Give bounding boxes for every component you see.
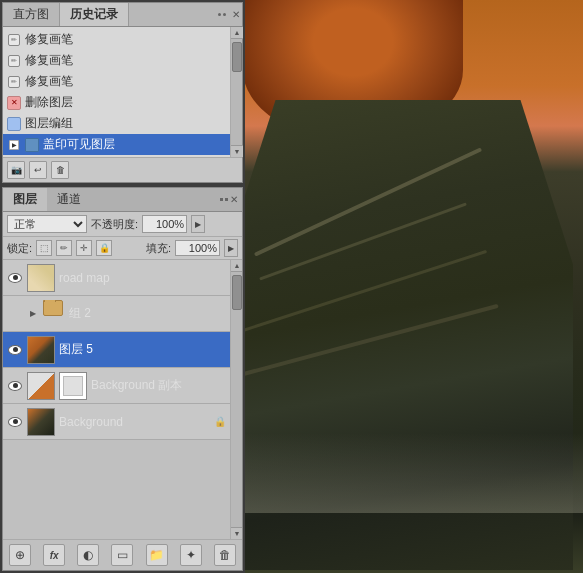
eye-icon bbox=[8, 273, 22, 283]
panel-resize-handle bbox=[214, 13, 230, 16]
link-layers-button[interactable]: ⊕ bbox=[9, 544, 31, 566]
scrollbar-arrow-down[interactable]: ▼ bbox=[231, 527, 242, 539]
fill-input[interactable] bbox=[175, 240, 220, 256]
layers-list-section: road map ▶ 组 2 bbox=[3, 260, 242, 539]
layer-visibility-layer5[interactable] bbox=[7, 342, 23, 358]
tab-layers[interactable]: 图层 bbox=[3, 188, 47, 211]
layer-item-group2[interactable]: ▶ 组 2 bbox=[3, 296, 230, 332]
history-item[interactable]: ✏ 修复画笔 bbox=[3, 50, 230, 71]
fill-label: 填充: bbox=[146, 241, 171, 256]
panel-close-button[interactable]: ✕ bbox=[230, 9, 242, 20]
layer-thumbnail-layer5 bbox=[27, 336, 55, 364]
layer-name-bg: Background bbox=[59, 415, 210, 429]
tab-histogram[interactable]: 直方图 bbox=[3, 3, 60, 26]
layer-name-bgcopy: Background 副本 bbox=[91, 377, 226, 394]
new-group-button[interactable]: 📁 bbox=[146, 544, 168, 566]
history-list: ✏ 修复画笔 ✏ 修复画笔 ✏ 修复画笔 bbox=[3, 27, 230, 157]
opacity-label: 不透明度: bbox=[91, 217, 138, 232]
history-item-label: 图层编组 bbox=[25, 115, 73, 132]
lock-image-button[interactable]: ✏ bbox=[56, 240, 72, 256]
layer-effects-button[interactable]: fx bbox=[43, 544, 65, 566]
scrollbar-arrow-up[interactable]: ▲ bbox=[231, 260, 242, 272]
mask-inner bbox=[63, 376, 83, 396]
lock-transparent-button[interactable]: ⬚ bbox=[36, 240, 52, 256]
layer-visibility-bg[interactable] bbox=[7, 414, 23, 430]
brush-icon: ✏ bbox=[7, 75, 21, 89]
layer-item-background[interactable]: Background 🔒 bbox=[3, 404, 230, 440]
opacity-input[interactable] bbox=[142, 215, 187, 233]
layers-panel: 图层 通道 ✕ 正常 不透明度: ▶ 锁定: ⬚ ✏ ✛ 🔒 填充: bbox=[2, 187, 243, 571]
new-layer-button[interactable]: ✦ bbox=[180, 544, 202, 566]
delete-layer-button[interactable]: 🗑 bbox=[214, 544, 236, 566]
history-item-selected[interactable]: ▶ 盖印可见图层 bbox=[3, 134, 230, 155]
layers-bottom-toolbar: ⊕ fx ◐ ▭ 📁 ✦ 🗑 bbox=[3, 539, 242, 570]
layer-mask-thumbnail bbox=[59, 372, 87, 400]
history-item-label: 盖印可见图层 bbox=[43, 136, 115, 153]
layers-content: road map ▶ 组 2 bbox=[3, 260, 230, 539]
scrollbar-thumb[interactable] bbox=[232, 275, 242, 310]
layer-mask-button[interactable]: ▭ bbox=[111, 544, 133, 566]
layer-name-roadmap: road map bbox=[59, 271, 226, 285]
merge-icon: ▶ bbox=[7, 138, 21, 152]
layer-visibility-roadmap[interactable] bbox=[7, 270, 23, 286]
history-item-label: 修复画笔 bbox=[25, 31, 73, 48]
layers-panel-header: 图层 通道 ✕ bbox=[3, 188, 242, 212]
layer-name-layer5: 图层 5 bbox=[59, 341, 226, 358]
layer-name-group2: 组 2 bbox=[69, 305, 226, 322]
blend-mode-select[interactable]: 正常 bbox=[7, 215, 87, 233]
history-item[interactable]: ✕ 删除图层 bbox=[3, 92, 230, 113]
layer-thumbnail-roadmap bbox=[27, 264, 55, 292]
history-item[interactable]: ✏ 修复画笔 bbox=[3, 29, 230, 50]
snapshot-button[interactable]: 📷 bbox=[7, 161, 25, 179]
layer-folder-icon bbox=[43, 300, 65, 328]
group-icon bbox=[7, 117, 21, 131]
opacity-arrow[interactable]: ▶ bbox=[191, 215, 205, 233]
resize-dot bbox=[225, 198, 228, 201]
photo-background bbox=[223, 0, 583, 573]
history-item-label: 修复画笔 bbox=[25, 73, 73, 90]
brush-icon: ✏ bbox=[7, 54, 21, 68]
layer-visibility-group2[interactable] bbox=[7, 306, 23, 322]
history-panel: 直方图 历史记录 ✕ ✏ 修复画笔 ✏ 修复画笔 bbox=[2, 2, 243, 183]
folder-icon bbox=[43, 300, 63, 316]
layer-thumbnail-bgcopy bbox=[27, 372, 55, 400]
eye-icon bbox=[8, 345, 22, 355]
history-panel-header: 直方图 历史记录 ✕ bbox=[3, 3, 242, 27]
layer-thumbnail-bg bbox=[27, 408, 55, 436]
history-item[interactable]: 图层编组 bbox=[3, 113, 230, 134]
layer-visibility-bgcopy[interactable] bbox=[7, 378, 23, 394]
brush-icon: ✏ bbox=[7, 33, 21, 47]
history-scrollbar[interactable]: ▲ ▼ bbox=[230, 27, 242, 157]
panel-close-button[interactable]: ✕ bbox=[230, 194, 238, 205]
adjustment-layer-button[interactable]: ◐ bbox=[77, 544, 99, 566]
layer-item-bg-copy[interactable]: Background 副本 bbox=[3, 368, 230, 404]
tab-history[interactable]: 历史记录 bbox=[60, 3, 129, 26]
lock-all-button[interactable]: 🔒 bbox=[96, 240, 112, 256]
eye-icon bbox=[8, 381, 22, 391]
delete-icon: ✕ bbox=[7, 96, 21, 110]
layers-scrollbar[interactable]: ▲ ▼ bbox=[230, 260, 242, 539]
layer-item-roadmap[interactable]: road map bbox=[3, 260, 230, 296]
panels-container: 直方图 历史记录 ✕ ✏ 修复画笔 ✏ 修复画笔 bbox=[0, 0, 245, 573]
resize-dot bbox=[218, 13, 221, 16]
history-item-label: 修复画笔 bbox=[25, 52, 73, 69]
fill-arrow[interactable]: ▶ bbox=[224, 239, 238, 257]
lock-label: 锁定: bbox=[7, 241, 32, 256]
resize-dot bbox=[223, 13, 226, 16]
tab-channels[interactable]: 通道 bbox=[47, 188, 91, 211]
lock-icon: 🔒 bbox=[214, 416, 226, 427]
layer-item-layer5[interactable]: 图层 5 bbox=[3, 332, 230, 368]
layers-controls: 正常 不透明度: ▶ bbox=[3, 212, 242, 237]
group-expand-button[interactable]: ▶ bbox=[27, 308, 39, 320]
history-item[interactable]: ✏ 修复画笔 bbox=[3, 71, 230, 92]
history-item-label: 删除图层 bbox=[25, 94, 73, 111]
undo-button[interactable]: ↩ bbox=[29, 161, 47, 179]
delete-state-button[interactable]: 🗑 bbox=[51, 161, 69, 179]
history-bottom-toolbar: 📷 ↩ 🗑 bbox=[3, 157, 242, 182]
resize-dot bbox=[220, 198, 223, 201]
lock-controls: 锁定: ⬚ ✏ ✛ 🔒 填充: ▶ bbox=[3, 237, 242, 260]
eye-icon bbox=[8, 417, 22, 427]
lock-position-button[interactable]: ✛ bbox=[76, 240, 92, 256]
